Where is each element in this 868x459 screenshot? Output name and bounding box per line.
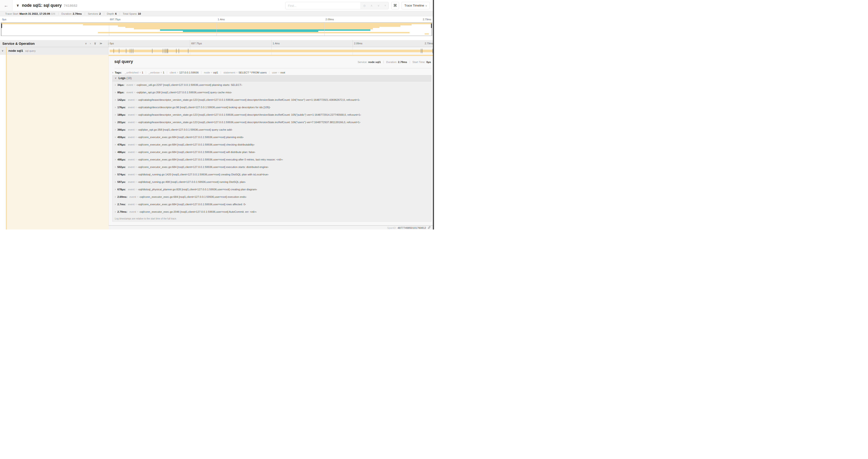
log-field-name: event [128, 158, 134, 161]
log-field-name: event [126, 91, 133, 94]
log-field-name: event [128, 106, 134, 109]
keyboard-shortcuts-button[interactable]: ⌘ [391, 2, 399, 9]
chevron-right-icon: › [115, 203, 116, 206]
detail-meta-value: node sql1 [368, 61, 381, 63]
log-row[interactable]: ›2.7ms:event=‹sql/conn_executor_exec.go:… [113, 203, 431, 210]
span-bar-cell[interactable] [108, 47, 434, 55]
chevron-right-icon: › [115, 143, 116, 146]
logs-title: Logs(18) [119, 76, 132, 80]
chevron-right-icon: › [115, 173, 116, 176]
trace-collapse-chevron-icon[interactable]: ∨ [16, 3, 19, 7]
left-panel-expanded-background [0, 55, 108, 230]
prev-match-icon[interactable]: ∧ [371, 4, 373, 7]
expand-one-icon[interactable]: › [90, 42, 91, 45]
log-row[interactable]: ›574μs:event=‹sql/distsql_running.go:142… [113, 173, 431, 180]
collapse-all-icon[interactable]: ≫ [94, 42, 97, 45]
chevron-right-icon: › [115, 135, 116, 139]
minimap-axis: 0μs697.75μs1.4ms2.09ms2.79ms [1, 16, 432, 22]
log-timestamp: 2.7ms: [117, 203, 126, 206]
log-marker [167, 49, 167, 53]
tag-key: statement [223, 71, 236, 74]
detail-meta-value: 0μs [426, 61, 431, 63]
log-marker [176, 49, 177, 53]
log-row[interactable]: ›2.79ms:event=‹sql/conn_executor_exec.go… [113, 210, 431, 216]
tag-item: node=sql1 [201, 71, 221, 74]
tag-value: 1 [142, 71, 143, 74]
detail-divider [114, 68, 431, 68]
span-row[interactable]: ∨ node sql1sql query [0, 47, 434, 55]
log-row[interactable]: ›34μs:event=‹sql/exec_util.go:2297 [nsql… [113, 83, 431, 91]
chevron-right-icon: › [115, 151, 116, 154]
logs-label-text: Logs [119, 76, 126, 80]
logs-footnote: Log timestamps are relative to the start… [115, 217, 177, 220]
log-row[interactable]: ›2.69ms:event=‹sql/conn_executor_exec.go… [113, 195, 431, 203]
logs-count: (18) [126, 76, 132, 80]
chevron-right-icon: › [115, 195, 116, 198]
trace-summary: Trace StartMarch 31 2022, 17:25:09.326Du… [0, 11, 434, 16]
chevron-right-icon: › [115, 128, 116, 131]
log-row[interactable]: ›495μs:event=‹sql/conn_executor_exec.go:… [113, 158, 431, 165]
log-row[interactable]: ›80μs:event=‹sql/plan_opt.go:358 [nsql1,… [113, 91, 431, 98]
log-value: ‹sql/conn_executor_exec.go:684 [nsql1,cl… [139, 195, 247, 198]
log-value: ‹sql/exec_util.go:2297 [nsql1,client=127… [136, 84, 242, 86]
log-value: ‹sql/plan_opt.go:358 [nsql1,client=127.0… [136, 91, 232, 94]
chevron-down-icon[interactable]: ∨ [2, 49, 3, 52]
chevron-right-icon: › [115, 121, 116, 124]
chevron-right-icon: › [115, 83, 116, 87]
expand-all-icon[interactable]: ≫ [99, 42, 102, 45]
log-marker [119, 49, 119, 53]
log-row[interactable]: ›189μs:event=‹sql/catalog/lease/descript… [113, 113, 431, 121]
minimap-right-scrubber[interactable] [432, 23, 432, 36]
minimap-axis-label: 697.75μs [109, 18, 120, 21]
log-marker [126, 49, 126, 53]
collapse-controls: ∨›≫≫ [85, 42, 102, 45]
span-duration-bar[interactable] [110, 50, 433, 52]
log-timestamp: 597μs: [117, 181, 126, 183]
collapse-one-icon[interactable]: ∨ [85, 42, 87, 45]
meta-value: March 31 2022, 17:25:09 [19, 12, 50, 15]
chevron-right-icon: › [115, 158, 116, 161]
log-field-name: event [128, 166, 134, 168]
log-timestamp: 201μs: [117, 121, 126, 124]
meta-value: 2 [99, 12, 101, 15]
next-match-icon[interactable]: ∨ [377, 4, 380, 7]
focus-icon[interactable]: ◎ [363, 4, 365, 7]
logs-section-toggle[interactable]: ∨ Logs(18) [113, 75, 431, 81]
chevron-down-icon: ∨ [425, 4, 427, 7]
trace-meta-item: Depth6 [104, 12, 120, 15]
span-name-cell[interactable]: ∨ node sql1sql query [0, 47, 108, 55]
equals-sign: = [137, 196, 138, 198]
log-row[interactable]: ›176μs:event=‹sql/catalog/descs/descript… [113, 106, 431, 113]
page-scrollbar[interactable] [433, 0, 434, 230]
log-value: ‹sql/conn_executor_exec.go:684 [nsql1,cl… [138, 143, 254, 146]
log-timestamp: 495μs: [117, 158, 126, 161]
tags-section-toggle[interactable]: › Tags: _unfinished=1_verbose=1client=12… [112, 70, 431, 75]
log-field-name: event [128, 113, 134, 116]
log-row[interactable]: ›366μs:event=‹sql/plan_opt.go:358 [nsql1… [113, 128, 431, 135]
log-field-name: event [128, 121, 134, 124]
column-header-label: 2.79ms [425, 42, 433, 47]
link-icon[interactable] [428, 226, 431, 230]
trace-minimap[interactable] [1, 22, 432, 36]
back-button[interactable]: ← [0, 0, 12, 11]
view-options-button[interactable]: Trace Timeline∨ [402, 2, 430, 9]
minimap-axis-label: 0μs [1, 18, 6, 21]
log-marker [188, 49, 188, 53]
log-row[interactable]: ›142μs:event=‹sql/catalog/lease/descript… [113, 98, 431, 106]
service-operation-header: Service & Operation ∨›≫≫ ∥ [0, 40, 108, 47]
log-row[interactable]: ›502μs:event=‹sql/conn_executor_exec.go:… [113, 165, 431, 173]
meta-value: 2.79ms [72, 12, 82, 15]
log-row[interactable]: ›678μs:event=‹sql/distsql_physical_plann… [113, 188, 431, 195]
detail-meta-item: Duration:2.79ms [383, 61, 410, 63]
log-row[interactable]: ›201μs:event=‹sql/catalog/lease/descript… [113, 121, 431, 128]
clear-icon[interactable]: × [384, 4, 386, 7]
log-row[interactable]: ›476μs:event=‹sql/conn_executor_exec.go:… [113, 143, 431, 151]
log-row[interactable]: ›459μs:event=‹sql/conn_executor_exec.go:… [113, 135, 431, 143]
log-value: ‹sql/conn_executor_exec.go:684 [nsql1,cl… [138, 158, 283, 161]
log-row[interactable]: ›597μs:event=‹sql/distsql_running.go:498… [113, 180, 431, 188]
log-timestamp: 80μs: [117, 91, 124, 94]
log-row[interactable]: ›486μs:event=‹sql/conn_executor_exec.go:… [113, 151, 431, 158]
minimap-left-scrubber[interactable] [1, 23, 1, 36]
span-service-name: node sql1sql query [8, 49, 36, 53]
find-input[interactable] [286, 2, 361, 9]
